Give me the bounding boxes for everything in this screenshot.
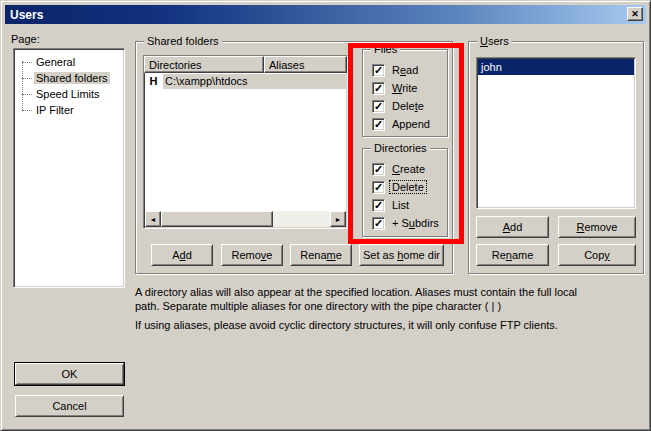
copy-user-button[interactable]: Copy	[558, 244, 636, 266]
tree-dash	[22, 78, 32, 79]
page-item-speed-limits[interactable]: Speed Limits	[14, 86, 124, 102]
button-label: Cancel	[52, 400, 86, 412]
page-item-ip-filter[interactable]: IP Filter	[14, 102, 124, 118]
shared-folders-listview[interactable]: Directories Aliases H C:\xampp\htdocs ◄ …	[143, 55, 348, 229]
button-label: Remove	[232, 249, 273, 261]
users-dialog: Users ✕ Page: General Shared folders Spe…	[0, 0, 651, 431]
ok-button[interactable]: OK	[15, 363, 124, 385]
remove-directory-button[interactable]: Remove	[221, 244, 283, 266]
button-label: Copy	[584, 249, 610, 261]
page-item-shared-folders[interactable]: Shared folders	[14, 70, 124, 86]
scroll-left-button[interactable]: ◄	[145, 211, 161, 227]
help-text-line3: If using aliases, please avoid cyclic di…	[135, 318, 558, 332]
button-label: Add	[172, 249, 192, 261]
help-text-line2: path. Separate multiple aliases for one …	[135, 299, 501, 313]
rename-directory-button[interactable]: Rename	[290, 244, 352, 266]
add-directory-button[interactable]: Add	[151, 244, 213, 266]
tree-dash	[22, 94, 32, 95]
button-label: Add	[503, 221, 523, 233]
scrollbar-track[interactable]	[273, 211, 330, 227]
remove-user-button[interactable]: Remove	[558, 216, 636, 238]
home-marker: H	[144, 75, 163, 87]
column-header-aliases[interactable]: Aliases	[264, 56, 347, 73]
page-item-label: Speed Limits	[34, 88, 102, 100]
button-label: Rename	[300, 249, 342, 261]
cancel-button[interactable]: Cancel	[15, 395, 124, 417]
close-icon: ✕	[631, 10, 639, 19]
user-item-john[interactable]: john	[478, 59, 634, 75]
column-header-directories[interactable]: Directories	[144, 56, 264, 73]
horizontal-scrollbar[interactable]: ◄ ►	[145, 211, 346, 227]
scrollbar-thumb[interactable]	[161, 211, 273, 227]
button-label: Rename	[492, 249, 534, 261]
page-item-label: IP Filter	[34, 104, 76, 116]
directory-row[interactable]: H C:\xampp\htdocs	[144, 73, 347, 89]
page-item-general[interactable]: General	[14, 54, 124, 70]
tree-dash	[22, 110, 32, 111]
set-as-home-dir-button[interactable]: Set as home dir	[359, 244, 444, 266]
button-label: Remove	[577, 221, 618, 233]
arrow-right-icon: ►	[335, 216, 342, 223]
help-text-line1: A directory alias will also appear at th…	[135, 285, 577, 299]
rename-user-button[interactable]: Rename	[476, 244, 549, 266]
shared-folders-group-label: Shared folders	[144, 35, 222, 47]
users-group-label: Users	[477, 35, 512, 47]
highlight-annotation	[348, 43, 464, 244]
directory-path: C:\xampp\htdocs	[163, 74, 347, 89]
close-button[interactable]: ✕	[627, 7, 643, 21]
button-label: OK	[62, 368, 78, 380]
page-list[interactable]: General Shared folders Speed Limits IP F…	[13, 48, 125, 288]
users-list[interactable]: john	[476, 57, 636, 209]
add-user-button[interactable]: Add	[476, 216, 549, 238]
user-name: john	[481, 61, 502, 73]
page-item-label: Shared folders	[34, 72, 110, 84]
button-label: Set as home dir	[363, 249, 440, 261]
page-item-label: General	[34, 56, 77, 68]
window-title: Users	[10, 8, 43, 22]
tree-dash	[22, 62, 32, 63]
page-label: Page:	[11, 33, 40, 45]
scroll-right-button[interactable]: ►	[330, 211, 346, 227]
arrow-left-icon: ◄	[150, 216, 157, 223]
listview-header: Directories Aliases	[144, 56, 347, 73]
titlebar[interactable]: Users ✕	[5, 5, 646, 24]
